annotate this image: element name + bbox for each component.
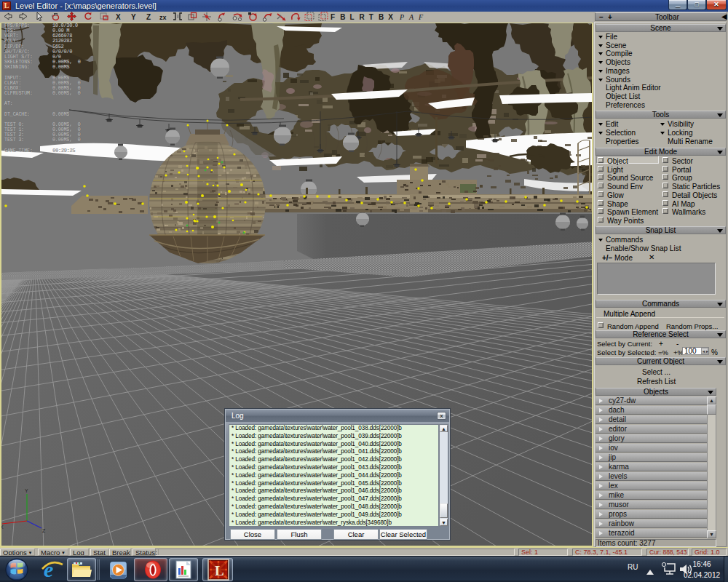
svg-text:X: X bbox=[1, 525, 4, 530]
svg-text:e: e bbox=[44, 558, 53, 581]
svg-text:Y: Y bbox=[25, 488, 28, 493]
svg-text:L: L bbox=[215, 563, 224, 578]
svg-text:Z: Z bbox=[42, 528, 46, 533]
